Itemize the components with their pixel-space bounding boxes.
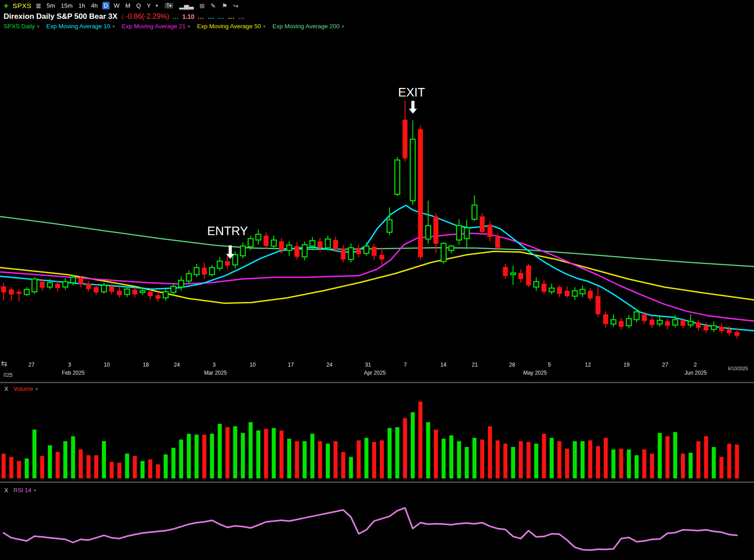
status-dots-icon: ... [172,15,179,18]
day-tick-label: 28 [509,362,515,368]
candle-body-up [673,319,678,325]
timeframe-5m[interactable]: 5m [45,2,57,9]
draw-pencil-icon[interactable]: ✎ [210,2,216,9]
chart-style-icon[interactable]: T▾ [165,3,173,9]
volume-bar [650,454,654,478]
candle-body-down [318,241,323,248]
legend-item-1[interactable]: Exp Moving Average 10▾ [46,23,114,30]
day-tick-label: 7 [404,362,407,368]
candle-body-down [603,314,608,324]
legend-item-0[interactable]: SPXS Daily▾ [4,23,39,30]
annotation-label-entry[interactable]: ENTRY [207,224,248,238]
legend-label: SPXS Daily [4,23,35,30]
volume-bar [434,429,438,478]
rsi-panel-header: X RSI 14 ▾ [4,487,36,494]
price-chart-surface[interactable]: ENTRYEXIT [0,32,754,360]
volume-bar [40,456,44,478]
candle-body-down [434,216,438,244]
volume-bar [48,445,52,478]
volume-bar [357,440,361,478]
candle-body-up [24,289,29,294]
annotation-label-exit[interactable]: EXIT [398,86,425,99]
legend-item-2[interactable]: Exp Moving Average 21▾ [122,23,190,30]
volume-bar [25,459,29,478]
rsi-chart-surface[interactable] [0,484,754,560]
volume-bar [311,434,315,478]
volume-bar [341,452,345,478]
symbol-ticker[interactable]: SPXS [13,2,31,9]
candle-body-down [518,273,523,279]
annotation-arrow-exit[interactable] [409,101,417,114]
volume-bar [302,441,307,478]
volume-close-button[interactable]: X [4,386,8,392]
volume-bar [735,445,739,478]
table-add-icon[interactable]: ⊞ [199,2,205,9]
volume-title[interactable]: Volume [13,385,33,392]
candle-body-up [441,243,446,261]
candle-body-down [225,261,230,266]
candle-body-up [248,239,253,247]
candle-body-down [704,326,709,331]
pan-reset-icon[interactable]: ⇆ [1,359,7,368]
timeframe-caret-icon[interactable]: ▼ [155,4,159,8]
candle-body-up [171,286,176,293]
candle-body-up [711,326,716,329]
flag-icon[interactable]: ⚑ [222,2,228,9]
timeframe-Y[interactable]: Y [145,2,152,9]
watchlist-icon[interactable]: ≣ [35,2,41,10]
volume-bar [364,438,368,478]
rsi-close-button[interactable]: X [4,487,8,494]
panel-divider[interactable] [0,382,754,383]
bar-chart-icon[interactable]: ▂▅▃ [179,2,193,9]
rsi-caret-icon[interactable]: ▾ [34,488,36,493]
candle-body-down [94,287,99,293]
timeframe-W[interactable]: W [113,2,121,9]
day-tick-label: 27 [28,362,34,368]
candle-body-up [256,234,261,240]
candle-body-up [426,226,431,239]
candle-body-up [302,245,307,257]
volume-chart-surface[interactable] [0,394,754,480]
volume-bar [63,441,67,478]
timeframe-4h[interactable]: 4h [90,2,99,9]
legend-item-4[interactable]: Exp Moving Average 200▾ [272,23,344,30]
candle-body-down [132,290,137,295]
volume-bar [596,446,600,478]
candle-body-up [32,279,37,292]
volume-bar [9,457,13,478]
rsi-title[interactable]: RSI 14 [13,487,31,494]
timeframe-D[interactable]: D [102,2,110,9]
legend-caret-icon: ▾ [113,24,115,29]
timeframe-Q[interactable]: Q [135,2,143,9]
candle-body-up [125,289,130,294]
volume-bar [403,418,407,478]
candle-body-down [665,321,670,326]
timeframe-1h[interactable]: 1h [77,2,87,9]
candle-body-up [186,274,191,281]
volume-caret-icon[interactable]: ▾ [35,387,38,391]
add-symbol-icon[interactable]: + [4,2,9,10]
share-icon[interactable]: ↪ [233,2,239,9]
legend-item-3[interactable]: Exp Moving Average 50▾ [197,23,265,30]
volume-bar [519,441,523,478]
candle-body-down [503,267,508,276]
volume-bar [272,428,276,478]
day-tick-label: 17 [288,362,294,368]
volume-bar [449,435,453,478]
volume-bar [457,441,461,478]
volume-bar [102,441,106,478]
day-tick-label: 24 [326,362,332,368]
volume-bar [210,434,214,478]
candle-body-down [55,284,60,288]
volume-bar [565,449,569,478]
candle-body-down [542,284,547,292]
candle-body-down [379,255,384,260]
timeframe-M[interactable]: M [124,2,132,9]
timeframe-15m[interactable]: 15m [59,2,74,9]
panel-divider[interactable] [0,481,754,483]
candle-body-down [565,291,570,296]
volume-bar [619,449,623,478]
candle-body-down [372,247,377,256]
last-date-label: 6/10/2025 [728,366,748,371]
candle-body-down [109,286,114,292]
